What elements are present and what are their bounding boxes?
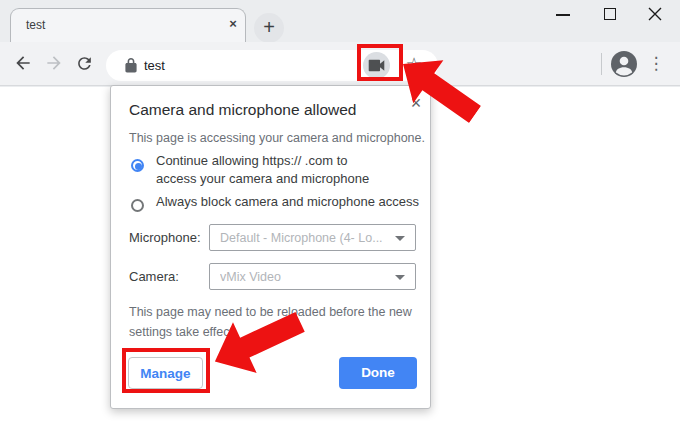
radio-continue-allowing-label: Continue allowing https:// .com to acces… — [156, 152, 369, 188]
camera-label: Camera: — [129, 269, 179, 284]
window-close-button[interactable] — [648, 7, 662, 21]
toolbar: test ☆ ⋮ — [0, 42, 680, 86]
tab-test[interactable]: test × — [10, 8, 246, 42]
annotation-box-manage — [122, 348, 210, 393]
microphone-label: Microphone: — [129, 230, 201, 245]
camera-select-value: vMix Video — [220, 270, 281, 284]
microphone-select[interactable]: Default - Microphone (4- Lo... — [209, 224, 416, 251]
chevron-down-icon — [395, 275, 405, 280]
window-maximize-button[interactable] — [604, 8, 616, 20]
profile-avatar-button[interactable] — [611, 51, 637, 77]
arrow-forward-icon — [44, 53, 64, 73]
menu-icon[interactable]: ⋮ — [646, 51, 666, 77]
popup-subtitle: This page is accessing your camera and m… — [129, 131, 425, 145]
popup-title: Camera and microphone allowed — [129, 101, 356, 119]
tab-strip: test × + — [0, 0, 680, 42]
back-button[interactable] — [13, 53, 35, 75]
lock-icon[interactable] — [125, 58, 137, 77]
close-icon — [648, 7, 662, 21]
radio-continue-allowing[interactable] — [131, 159, 144, 172]
tab-close-icon[interactable]: × — [224, 15, 242, 33]
done-button[interactable]: Done — [339, 357, 417, 389]
forward-button[interactable] — [44, 53, 66, 75]
camera-select[interactable]: vMix Video — [209, 263, 416, 290]
radio-always-block-label: Always block camera and microphone acces… — [156, 193, 419, 211]
window-minimize-button[interactable] — [556, 14, 570, 16]
tab-title: test — [26, 18, 45, 32]
toolbar-divider — [601, 53, 602, 75]
microphone-select-value: Default - Microphone (4- Lo... — [220, 231, 383, 245]
browser-window: test × + test ☆ — [0, 0, 680, 426]
arrow-back-icon — [13, 53, 33, 73]
url-text: test — [144, 58, 165, 73]
refresh-icon — [75, 54, 94, 73]
chevron-down-icon — [395, 236, 405, 241]
account-icon — [611, 51, 637, 77]
refresh-button[interactable] — [75, 54, 97, 76]
plus-icon: + — [263, 16, 275, 38]
radio-always-block[interactable] — [131, 199, 144, 212]
new-tab-button[interactable]: + — [254, 13, 284, 43]
